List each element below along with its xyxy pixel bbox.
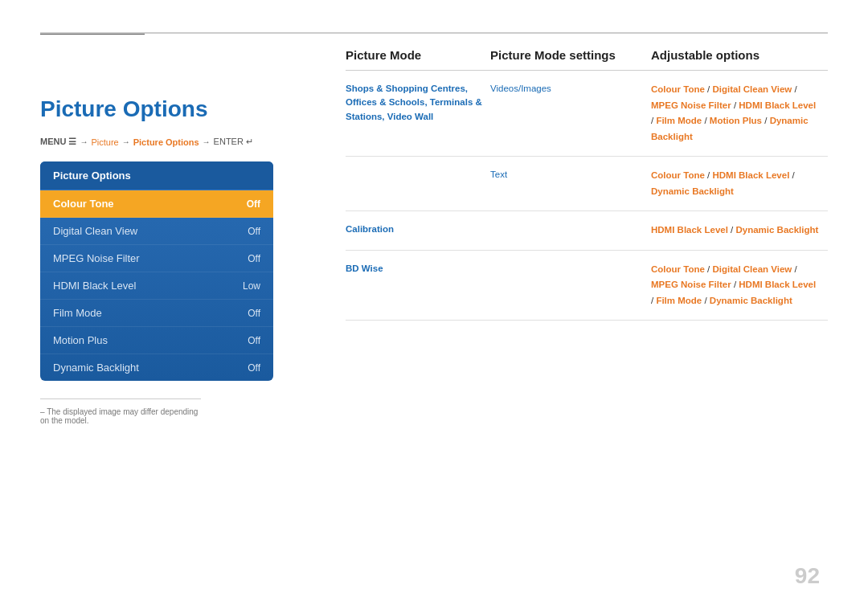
menu-item-dynamic-backlight-label: Dynamic Backlight (53, 362, 139, 374)
table-header-row: Picture Mode Picture Mode settings Adjus… (346, 48, 828, 71)
menu-item-dynamic-backlight[interactable]: Dynamic Backlight Off (40, 354, 273, 381)
menu-item-colour-tone-label: Colour Tone (53, 198, 114, 210)
table-row-3-adjustable: HDMI Black Level / Dynamic Backlight (651, 223, 828, 239)
page-number: 92 (795, 563, 820, 589)
breadcrumb-arrow-2: → (122, 137, 130, 146)
menu-item-colour-tone-value: Off (247, 198, 260, 210)
table-header-picture-mode-settings: Picture Mode settings (490, 48, 651, 62)
menu-item-hdmi-black-level-value: Low (243, 280, 260, 292)
table-row-4-adj-colour-tone: Colour Tone (651, 264, 705, 274)
breadcrumb-arrow-1: → (80, 137, 88, 146)
left-column: Picture Options MENU ☰ → Picture → Pictu… (40, 72, 289, 425)
table-row-3-adj-hdmi: HDMI Black Level (651, 225, 728, 235)
menu-item-digital-clean-view-label: Digital Clean View (53, 225, 137, 237)
note-text: – The displayed image may differ dependi… (40, 407, 201, 425)
menu-item-motion-plus[interactable]: Motion Plus Off (40, 327, 273, 354)
table-row-1-mode-setting: Videos/Images (490, 82, 651, 96)
table-row-4-adj-mpeg: MPEG Noise Filter (651, 280, 731, 289)
menu-item-motion-plus-label: Motion Plus (53, 334, 108, 346)
menu-item-colour-tone[interactable]: Colour Tone Off (40, 190, 273, 218)
table-row-2-mode-setting-text: Text (490, 170, 507, 179)
breadcrumb-arrow-3: → (203, 137, 211, 146)
page-container: Picture Options MENU ☰ → Picture → Pictu… (0, 0, 868, 613)
breadcrumb-picture[interactable]: Picture (91, 137, 118, 147)
table-row-2-adjustable: Colour Tone / HDMI Black Level / Dynamic… (651, 168, 828, 199)
table-row-2-adj-hdmi: HDMI Black Level (712, 170, 789, 180)
table-row-4-adj-digital-clean-view: Digital Clean View (712, 264, 792, 274)
table-row-4-adj-dynamic-backlight: Dynamic Backlight (710, 296, 792, 305)
table-row-1-adj-motion-plus: Motion Plus (710, 116, 762, 125)
page-title: Picture Options (40, 96, 289, 122)
table-row-3-mode: Calibration (346, 223, 490, 236)
table-row-2: Text Colour Tone / HDMI Black Level / Dy… (346, 157, 828, 211)
table-row-2-adj-dynamic-backlight: Dynamic Backlight (651, 186, 734, 196)
note-section: – The displayed image may differ dependi… (40, 398, 201, 425)
breadcrumb-enter: ENTER ↵ (214, 137, 253, 147)
table-row-4-adj-film-mode: Film Mode (656, 296, 702, 305)
menu-item-hdmi-black-level[interactable]: HDMI Black Level Low (40, 272, 273, 300)
table-row-3-adj-dynamic-backlight: Dynamic Backlight (735, 225, 818, 235)
menu-item-digital-clean-view-value: Off (248, 226, 260, 237)
table-row-1: Shops & Shopping Centres, Offices & Scho… (346, 71, 828, 157)
menu-item-hdmi-black-level-label: HDMI Black Level (53, 280, 136, 292)
menu-item-film-mode[interactable]: Film Mode Off (40, 300, 273, 327)
table-row-1-mode: Shops & Shopping Centres, Offices & Scho… (346, 82, 490, 124)
menu-item-mpeg-noise-filter-label: MPEG Noise Filter (53, 252, 140, 264)
table-row-4: BD Wise Colour Tone / Digital Clean View… (346, 251, 828, 321)
menu-item-film-mode-label: Film Mode (53, 307, 102, 319)
table-row-1-adj-mpeg: MPEG Noise Filter (651, 100, 731, 110)
table-header-picture-mode: Picture Mode (346, 48, 490, 62)
table-row-1-adj-hdmi: HDMI Black Level (739, 100, 816, 110)
table-row-4-adj-hdmi: HDMI Black Level (739, 280, 816, 289)
breadcrumb-menu: MENU ☰ (40, 137, 76, 147)
table-row-1-mode-text: Shops & Shopping Centres, Offices & Scho… (346, 84, 482, 121)
table-row-1-adjustable: Colour Tone / Digital Clean View / MPEG … (651, 82, 828, 145)
table-row-1-adj-digital-clean-view: Digital Clean View (712, 84, 792, 94)
table-row-3: Calibration HDMI Black Level / Dynamic B… (346, 211, 828, 251)
menu-item-mpeg-noise-filter-value: Off (248, 253, 260, 264)
menu-item-dynamic-backlight-value: Off (248, 362, 260, 374)
menu-item-mpeg-noise-filter[interactable]: MPEG Noise Filter Off (40, 245, 273, 272)
menu-item-motion-plus-value: Off (248, 335, 260, 346)
menu-box-header: Picture Options (40, 161, 273, 190)
table-row-4-adjustable: Colour Tone / Digital Clean View / MPEG … (651, 262, 828, 309)
table-row-1-mode-setting-text: Videos/Images (490, 84, 551, 93)
menu-item-digital-clean-view[interactable]: Digital Clean View Off (40, 218, 273, 245)
top-border (40, 32, 828, 34)
breadcrumb: MENU ☰ → Picture → Picture Options → ENT… (40, 137, 289, 147)
menu-item-film-mode-value: Off (248, 308, 260, 319)
table-row-1-adj-film-mode: Film Mode (656, 116, 702, 125)
table-row-1-adj-colour-tone: Colour Tone (651, 84, 705, 94)
table-row-4-mode-text: BD Wise (346, 264, 383, 273)
table-row-2-mode-setting: Text (490, 168, 651, 182)
table-row-4-mode: BD Wise (346, 262, 490, 276)
menu-box: Picture Options Colour Tone Off Digital … (40, 161, 273, 381)
breadcrumb-picture-options[interactable]: Picture Options (133, 137, 199, 147)
content-area: Picture Mode Picture Mode settings Adjus… (346, 48, 828, 321)
table-row-2-adj-colour-tone: Colour Tone (651, 170, 705, 180)
table-row-3-mode-text: Calibration (346, 224, 394, 234)
table-header-adjustable-options: Adjustable options (651, 48, 828, 62)
